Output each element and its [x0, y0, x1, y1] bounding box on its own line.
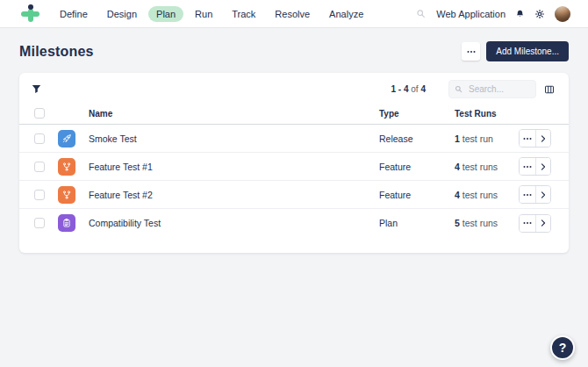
logo-vertical-bar: [28, 9, 33, 22]
help-button[interactable]: ?: [550, 335, 575, 360]
milestones-table: Name Type Test Runs Smoke Test Release 1…: [19, 103, 569, 237]
table-columns-icon: [544, 84, 555, 95]
row-open-button[interactable]: [535, 215, 550, 232]
clipboard-icon: [61, 218, 72, 228]
search-box: [448, 80, 536, 98]
row-name[interactable]: Feature Test #2: [89, 190, 379, 200]
column-header-test-runs[interactable]: Test Runs: [455, 109, 519, 119]
row-actions: [519, 129, 569, 148]
row-checkbox[interactable]: [34, 133, 45, 144]
header-select-cell: [19, 108, 58, 119]
branch-icon: [61, 162, 72, 172]
row-actions: [519, 214, 569, 233]
search-input[interactable]: [448, 80, 536, 98]
row-more-button[interactable]: [520, 158, 535, 175]
search-icon: [415, 8, 427, 19]
row-icon-cell: [58, 214, 89, 232]
topbar-right: Web Application: [415, 6, 570, 22]
nav-item-run[interactable]: Run: [187, 6, 220, 22]
milestone-type-badge: [58, 214, 75, 232]
test-run-count: 1: [455, 133, 460, 144]
chevron-right-icon: [539, 219, 548, 227]
row-select-cell: [19, 218, 58, 228]
ellipsis-icon: [527, 138, 528, 140]
page-title: Milestones: [19, 44, 94, 60]
select-all-checkbox[interactable]: [34, 108, 45, 119]
row-open-button[interactable]: [535, 130, 550, 147]
milestones-card: 1 - 4 of 4 N: [19, 73, 569, 253]
chevron-right-icon: [539, 191, 548, 199]
test-run-label: test runs: [463, 162, 498, 172]
row-name[interactable]: Feature Test #1: [89, 162, 379, 172]
row-open-button[interactable]: [535, 186, 550, 203]
row-icon-cell: [58, 158, 89, 176]
chevron-right-icon: [539, 134, 548, 143]
row-more-button[interactable]: [520, 186, 535, 203]
page-more-button[interactable]: [462, 42, 480, 61]
page-content: Milestones Add Milestone... 1 - 4 of 4: [0, 41, 588, 253]
column-header-type[interactable]: Type: [379, 109, 455, 119]
nav-item-track[interactable]: Track: [224, 6, 263, 22]
nav-item-resolve[interactable]: Resolve: [267, 6, 318, 22]
row-select-cell: [19, 162, 58, 172]
row-actions: [519, 185, 569, 204]
ellipsis-icon: [470, 51, 472, 53]
project-selector[interactable]: Web Application: [436, 9, 506, 19]
user-avatar[interactable]: [555, 6, 570, 22]
gear-icon: [534, 9, 545, 19]
row-name[interactable]: Smoke Test: [89, 133, 379, 144]
settings-button[interactable]: [534, 9, 545, 19]
row-more-button[interactable]: [520, 215, 535, 232]
ellipsis-icon: [527, 222, 528, 224]
table-row: Compatibility Test Plan 5test runs: [19, 209, 569, 237]
table-body: Smoke Test Release 1test run: [19, 125, 569, 237]
column-header-name[interactable]: Name: [89, 109, 379, 119]
test-run-label: test run: [463, 133, 493, 144]
row-test-runs: 4test runs: [455, 162, 519, 172]
row-checkbox[interactable]: [34, 218, 45, 228]
test-run-label: test runs: [463, 218, 498, 228]
row-name[interactable]: Compatibility Test: [89, 218, 379, 228]
add-milestone-button[interactable]: Add Milestone...: [486, 41, 569, 61]
milestone-type-badge: [58, 130, 75, 148]
row-select-cell: [19, 133, 58, 144]
table-row: Smoke Test Release 1test run: [19, 125, 569, 153]
nav-item-define[interactable]: Define: [52, 6, 96, 22]
row-checkbox[interactable]: [34, 162, 45, 172]
row-actions: [519, 157, 569, 176]
page-actions: Add Milestone...: [462, 41, 569, 61]
notifications-button[interactable]: [515, 9, 525, 19]
test-run-label: test runs: [463, 190, 498, 200]
row-test-runs: 1test run: [455, 133, 519, 144]
row-type: Release: [379, 133, 455, 144]
nav-item-analyze[interactable]: Analyze: [321, 6, 371, 22]
logo-dot: [28, 4, 33, 10]
app-logo[interactable]: [21, 4, 39, 24]
test-run-count: 5: [455, 218, 460, 228]
main-nav: DefineDesignPlanRunTrackResolveAnalyze: [50, 6, 373, 22]
nav-item-design[interactable]: Design: [99, 6, 145, 22]
ellipsis-icon: [527, 166, 528, 168]
row-open-button[interactable]: [535, 158, 550, 175]
pagination-of: of: [411, 84, 418, 94]
filter-button[interactable]: [31, 83, 42, 95]
row-select-cell: [19, 190, 58, 200]
row-action-group: [519, 157, 551, 176]
milestone-type-badge: [58, 158, 75, 176]
top-bar: DefineDesignPlanRunTrackResolveAnalyze W…: [0, 0, 588, 27]
row-checkbox[interactable]: [34, 190, 45, 200]
row-more-button[interactable]: [520, 130, 535, 147]
row-action-group: [519, 129, 551, 148]
columns-button[interactable]: [544, 84, 555, 95]
chevron-right-icon: [539, 162, 548, 171]
ellipsis-icon: [527, 194, 528, 196]
table-row: Feature Test #1 Feature 4test runs: [19, 153, 569, 181]
row-type: Plan: [379, 218, 455, 228]
bell-icon: [515, 9, 525, 19]
test-run-count: 4: [455, 162, 460, 172]
row-action-group: [519, 185, 551, 204]
pagination-range: 1 - 4: [391, 84, 409, 94]
nav-item-plan[interactable]: Plan: [148, 6, 183, 22]
global-search-button[interactable]: [415, 8, 427, 19]
page-header: Milestones Add Milestone...: [19, 41, 569, 61]
